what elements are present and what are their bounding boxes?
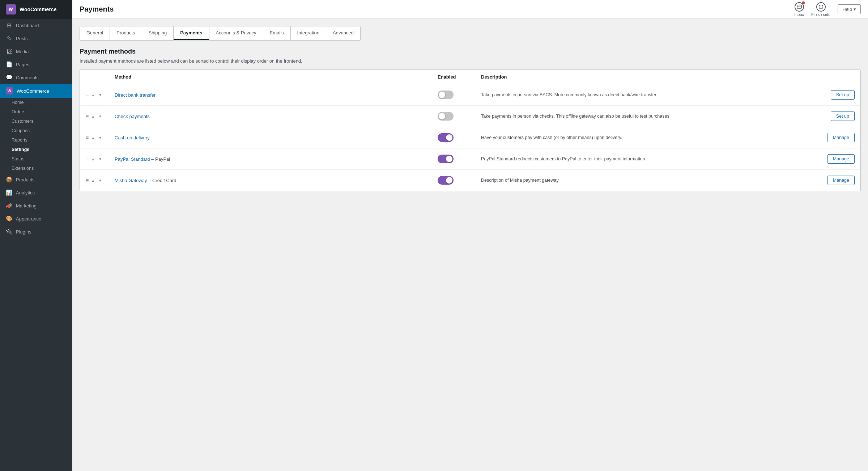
- analytics-icon: 📊: [6, 189, 12, 196]
- drag-handle[interactable]: ≡ ▲ ▼: [86, 177, 115, 183]
- sidebar-sub-extensions[interactable]: Extensions: [0, 164, 72, 173]
- sidebar-item-label: Posts: [16, 36, 28, 41]
- posts-icon: ✎: [6, 35, 12, 42]
- setup-button[interactable]: Set up: [831, 112, 855, 121]
- payment-name-cell: Cash on delivery: [115, 135, 438, 140]
- tab-shipping[interactable]: Shipping: [142, 26, 174, 40]
- manage-button[interactable]: Manage: [827, 133, 855, 142]
- arrow-down-button[interactable]: ▼: [97, 93, 103, 97]
- tab-general[interactable]: General: [80, 26, 110, 40]
- payment-methods-title: Payment methods: [80, 48, 861, 55]
- sidebar-item-woocommerce[interactable]: W WooCommerce: [0, 84, 72, 98]
- marketing-icon: 📣: [6, 202, 12, 209]
- drag-handle[interactable]: ≡ ▲ ▼: [86, 135, 115, 140]
- drag-handle[interactable]: ≡ ▲ ▼: [86, 113, 115, 119]
- tab-products[interactable]: Products: [110, 26, 142, 40]
- sidebar-item-label: Products: [16, 177, 34, 182]
- sidebar-item-comments[interactable]: 💬 Comments: [0, 71, 72, 84]
- sidebar-item-label: Analytics: [16, 190, 35, 195]
- arrow-up-button[interactable]: ▲: [90, 178, 96, 183]
- arrow-up-button[interactable]: ▲: [90, 93, 96, 97]
- sidebar-item-label: Plugins: [16, 229, 31, 235]
- inbox-label: Inbox: [794, 12, 804, 17]
- toggle-button[interactable]: [438, 91, 454, 99]
- action-cell: Set up: [804, 90, 855, 100]
- help-label: Help: [842, 7, 852, 12]
- sidebar-logo[interactable]: W WooCommerce: [0, 0, 72, 19]
- payment-description: Take payments in person via checks. This…: [481, 113, 804, 120]
- products-icon: 📦: [6, 176, 12, 183]
- arrow-up-button[interactable]: ▲: [90, 135, 96, 140]
- tab-accounts-privacy[interactable]: Accounts & Privacy: [209, 26, 263, 40]
- manage-button[interactable]: Manage: [827, 176, 855, 185]
- arrow-up-button[interactable]: ▲: [90, 157, 96, 161]
- sidebar-sub-home[interactable]: Home: [0, 98, 72, 107]
- payment-methods-desc: Installed payment methods are listed bel…: [80, 58, 861, 64]
- sidebar-item-plugins[interactable]: 🔌 Plugins: [0, 225, 72, 238]
- toggle-cell: [438, 176, 481, 185]
- sidebar-item-media[interactable]: 🖼 Media: [0, 45, 72, 58]
- tab-advanced[interactable]: Advanced: [326, 26, 360, 40]
- payment-name-link[interactable]: Cash on delivery: [115, 135, 150, 140]
- sidebar-item-label: Media: [16, 49, 29, 54]
- toggle-button[interactable]: [438, 176, 454, 185]
- sidebar-item-products[interactable]: 📦 Products: [0, 173, 72, 186]
- payment-name-link[interactable]: Check payments: [115, 114, 150, 119]
- help-chevron-icon: ▾: [854, 7, 856, 12]
- sidebar-item-pages[interactable]: 📄 Pages: [0, 58, 72, 71]
- payment-name-link[interactable]: PayPal Standard: [115, 156, 150, 162]
- sidebar-item-dashboard[interactable]: ⊞ Dashboard: [0, 19, 72, 32]
- woocommerce-submenu: Home Orders Customers Coupons Reports Se…: [0, 98, 72, 173]
- sidebar-sub-settings[interactable]: Settings: [0, 145, 72, 154]
- arrow-up-button[interactable]: ▲: [90, 114, 96, 119]
- sidebar-item-analytics[interactable]: 📊 Analytics: [0, 186, 72, 199]
- payment-name-link[interactable]: Direct bank transfer: [115, 92, 156, 98]
- sidebar-item-label: Appearance: [16, 216, 41, 222]
- toggle-cell: [438, 112, 481, 121]
- dashboard-icon: ⊞: [6, 22, 12, 29]
- sidebar-sub-orders[interactable]: Orders: [0, 107, 72, 117]
- inbox-button[interactable]: Inbox: [794, 2, 804, 17]
- payment-description: PayPal Standard redirects customers to P…: [481, 156, 804, 163]
- toggle-button[interactable]: [438, 133, 454, 142]
- toggle-button[interactable]: [438, 112, 454, 121]
- drag-handle[interactable]: ≡ ▲ ▼: [86, 92, 115, 98]
- drag-handle[interactable]: ≡ ▲ ▼: [86, 156, 115, 162]
- help-button[interactable]: Help ▾: [838, 4, 861, 14]
- manage-button[interactable]: Manage: [827, 154, 855, 164]
- payment-description: Take payments in person via BACS. More c…: [481, 92, 804, 98]
- toggle-button[interactable]: [438, 155, 454, 163]
- sidebar-item-appearance[interactable]: 🎨 Appearance: [0, 212, 72, 225]
- payment-name-link[interactable]: Misha Gateway: [115, 178, 147, 183]
- page-title: Payments: [80, 5, 114, 13]
- sidebar-sub-coupons[interactable]: Coupons: [0, 126, 72, 135]
- arrow-down-button[interactable]: ▼: [97, 135, 103, 140]
- payment-name-suffix: – Credit Card: [148, 178, 176, 183]
- sidebar-sub-reports[interactable]: Reports: [0, 135, 72, 145]
- payment-name-cell: Check payments: [115, 114, 438, 119]
- arrow-down-button[interactable]: ▼: [97, 157, 103, 161]
- svg-point-1: [819, 5, 823, 9]
- media-icon: 🖼: [6, 48, 12, 55]
- svg-rect-0: [797, 5, 801, 8]
- sidebar-item-marketing[interactable]: 📣 Marketing: [0, 199, 72, 212]
- drag-icon: ≡: [86, 135, 89, 140]
- arrow-down-button[interactable]: ▼: [97, 178, 103, 183]
- setup-button[interactable]: Set up: [831, 90, 855, 100]
- sidebar-item-posts[interactable]: ✎ Posts: [0, 32, 72, 45]
- table-row: ≡ ▲ ▼ Check payments Take payments in pe…: [80, 106, 860, 127]
- payment-name-cell: PayPal Standard – PayPal: [115, 156, 438, 162]
- tab-emails[interactable]: Emails: [263, 26, 291, 40]
- woocommerce-icon: W: [6, 87, 13, 94]
- tab-integration[interactable]: Integration: [291, 26, 326, 40]
- action-cell: Manage: [804, 133, 855, 142]
- settings-tab-nav: General Products Shipping Payments Accou…: [80, 26, 361, 41]
- sidebar-sub-customers[interactable]: Customers: [0, 117, 72, 126]
- finish-setup-button[interactable]: Finish setu: [811, 2, 830, 17]
- woo-icon: W: [6, 4, 16, 14]
- arrow-down-button[interactable]: ▼: [97, 114, 103, 119]
- action-cell: Manage: [804, 154, 855, 164]
- sidebar-sub-status[interactable]: Status: [0, 154, 72, 164]
- table-row: ≡ ▲ ▼ PayPal Standard – PayPal PayPal St…: [80, 148, 860, 170]
- tab-payments[interactable]: Payments: [174, 26, 209, 40]
